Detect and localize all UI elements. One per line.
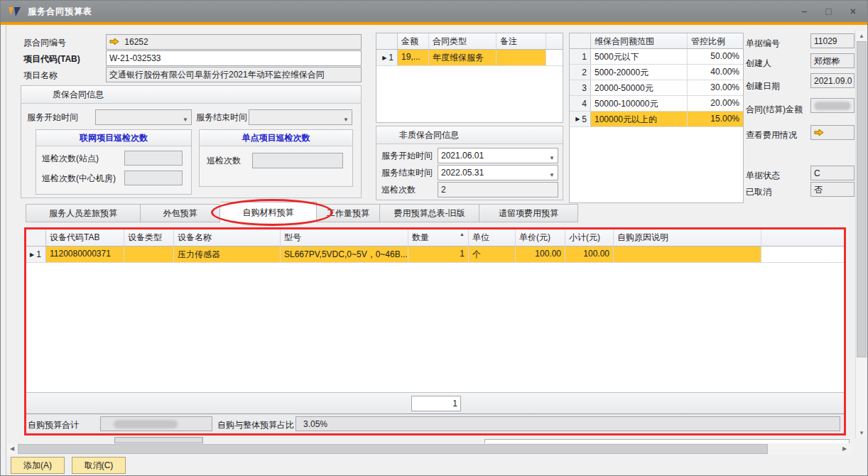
minimize-icon[interactable]: – bbox=[802, 6, 808, 16]
reason-cell[interactable] bbox=[614, 247, 761, 262]
nav-arrow-icon[interactable] bbox=[109, 36, 119, 49]
close-icon[interactable]: × bbox=[850, 6, 856, 16]
ratio-row[interactable]: 4 50000-100000元 20.00% bbox=[570, 96, 743, 112]
row-marker-icon: ▶ bbox=[30, 251, 34, 258]
view-cost-link[interactable] bbox=[810, 125, 855, 140]
status-label: 单据状态 bbox=[746, 168, 780, 183]
nw-start-dropdown[interactable]: 2021.06.01 ▼ bbox=[438, 148, 558, 163]
horizontal-scroll-thumb[interactable] bbox=[18, 444, 768, 454]
scroll-up-icon[interactable]: ▲ bbox=[856, 31, 867, 41]
app-window: 服务合同预算表 – □ × 原合同编号 16252 项目代码(TAB) W-21… bbox=[0, 0, 868, 476]
type-cell[interactable] bbox=[124, 247, 174, 262]
amount-grid-corner bbox=[376, 33, 398, 49]
nw-end-dropdown[interactable]: 2022.05.31 ▼ bbox=[438, 165, 558, 180]
tab-outsourcing-budget[interactable]: 外包预算 bbox=[141, 204, 220, 222]
record-count-field[interactable]: 1 bbox=[411, 396, 461, 411]
amount-cell[interactable]: 19,... bbox=[398, 50, 429, 65]
material-row[interactable]: ▶ 1 1120080000371 压力传感器 SL667PV,5VDC,0~5… bbox=[26, 247, 844, 263]
name-cell[interactable]: 压力传感器 bbox=[174, 247, 281, 262]
subtotal-cell[interactable]: 100.00 bbox=[565, 247, 614, 262]
price-cell[interactable]: 100.00 bbox=[516, 247, 565, 262]
cancel-button[interactable]: 取消(C) bbox=[72, 457, 126, 474]
vertical-scrollbar[interactable]: ▲ ▼ bbox=[855, 31, 867, 438]
unit-cell[interactable]: 个 bbox=[469, 247, 516, 262]
ratio-row[interactable]: 3 20000-50000元 30.00% bbox=[570, 80, 743, 96]
cancelled-label: 已取消 bbox=[746, 185, 771, 199]
material-grid: 设备代码TAB 设备类型 设备名称 型号 数量 ▲ 单位 单价(元) 小计(元)… bbox=[26, 229, 844, 433]
scroll-left-icon[interactable]: ◀ bbox=[6, 443, 18, 455]
ratio-col-header[interactable]: 管控比例 bbox=[688, 33, 743, 48]
range-col-header[interactable]: 维保合同额范围 bbox=[591, 33, 688, 48]
tab-self-purchase-budget[interactable]: 自购材料预算 bbox=[220, 202, 317, 222]
doc-no-field: 11029 bbox=[810, 33, 855, 48]
warranty-group: 质保合同信息 服务开始时间 ▼ 服务结束时间 ▼ 联网项目巡检次数 巡检次数(站… bbox=[21, 85, 362, 198]
code-cell[interactable]: 1120080000371 bbox=[46, 247, 124, 262]
tab-travel-budget[interactable]: 服务人员差旅预算 bbox=[26, 204, 141, 222]
nw-count-label: 巡检次数 bbox=[381, 183, 416, 197]
scroll-right-icon[interactable]: ▶ bbox=[839, 443, 850, 455]
network-field1-label: 巡检次数(站点) bbox=[42, 151, 99, 166]
warranty-start-dropdown[interactable]: ▼ bbox=[95, 109, 192, 125]
ratio-row[interactable]: 1 5000元以下 50.00% bbox=[570, 49, 743, 65]
unit-col-header[interactable]: 单位 bbox=[469, 229, 516, 246]
chevron-down-icon[interactable]: ▼ bbox=[549, 169, 555, 180]
cancelled-field: 否 bbox=[810, 182, 855, 197]
chevron-down-icon[interactable]: ▼ bbox=[343, 114, 349, 125]
orig-contract-label: 原合同编号 bbox=[23, 36, 66, 50]
project-code-field[interactable]: W-21-032533 bbox=[106, 50, 362, 66]
tab-summary-old[interactable]: 费用预算总表-旧版 bbox=[380, 204, 479, 222]
view-cost-arrow-icon[interactable] bbox=[814, 127, 824, 140]
name-col-header[interactable]: 设备名称 bbox=[174, 229, 281, 246]
note-cell[interactable] bbox=[497, 50, 546, 65]
redacted-value bbox=[814, 102, 851, 110]
partial-element bbox=[114, 437, 203, 443]
ratio-row[interactable]: 2 5000-20000元 40.00% bbox=[570, 65, 743, 80]
network-inspection-box: 联网项目巡检次数 巡检次数(站点) 巡检次数(中心机房) bbox=[36, 129, 192, 195]
scroll-down-icon[interactable]: ▼ bbox=[856, 428, 867, 438]
vertical-scroll-thumb[interactable] bbox=[857, 41, 867, 357]
type-col-header[interactable]: 设备类型 bbox=[124, 229, 174, 246]
model-col-header[interactable]: 型号 bbox=[281, 229, 408, 246]
nw-count-field: 2 bbox=[438, 182, 558, 198]
add-button[interactable]: 添加(A) bbox=[11, 457, 65, 474]
note-col-header[interactable]: 备注 bbox=[497, 33, 546, 49]
chevron-down-icon[interactable]: ▼ bbox=[183, 114, 188, 125]
type-cell[interactable]: 年度维保服务 bbox=[429, 50, 497, 65]
material-grid-empty-area bbox=[26, 263, 844, 392]
network-inspection-title: 联网项目巡检次数 bbox=[36, 130, 191, 146]
chevron-down-icon[interactable]: ▼ bbox=[549, 152, 555, 163]
price-col-header[interactable]: 单价(元) bbox=[516, 229, 565, 246]
network-field1-input bbox=[124, 151, 183, 166]
amount-grid-row[interactable]: ▶ 1 19,... 年度维保服务 bbox=[376, 50, 563, 66]
type-col-header[interactable]: 合同类型 bbox=[429, 33, 497, 49]
doc-info-panel: 单据编号 11029 创建人 郑熠桦 创建日期 2021.09.0 合同(结算)… bbox=[746, 31, 855, 201]
subtotal-col-header[interactable]: 小计(元) bbox=[565, 229, 614, 246]
reason-col-header[interactable]: 自购原因说明 bbox=[614, 229, 761, 246]
tab-legacy-budget[interactable]: 遗留项费用预算 bbox=[479, 204, 578, 222]
create-date-label: 创建日期 bbox=[746, 79, 780, 93]
orig-contract-value: 16252 bbox=[124, 37, 148, 47]
ratio-grid: 维保合同额范围 管控比例 1 5000元以下 50.00% 2 5000-200… bbox=[569, 33, 744, 203]
maximize-icon[interactable]: □ bbox=[825, 6, 831, 16]
horizontal-scrollbar[interactable]: ◀ ▶ bbox=[6, 443, 852, 455]
model-cell[interactable]: SL667PV,5VDC,0~5V，0~46B... bbox=[281, 247, 408, 262]
create-date-field: 2021.09.0 bbox=[810, 73, 855, 88]
doc-no-label: 单据编号 bbox=[746, 36, 780, 50]
tab-workload-budget[interactable]: 工作量预算 bbox=[317, 204, 380, 222]
single-field1-input bbox=[252, 153, 343, 168]
non-warranty-group: 非质保合同信息 服务开始时间 2021.06.01 ▼ 服务结束时间 2022.… bbox=[376, 126, 563, 200]
warranty-end-dropdown[interactable]: ▼ bbox=[249, 109, 352, 125]
amount-grid: 金额 合同类型 备注 ▶ 1 19,... 年度维保服务 bbox=[376, 33, 563, 123]
qty-col-header[interactable]: 数量 ▲ bbox=[408, 229, 469, 246]
ratio-row-selected[interactable]: ▶ 5 100000元以上的 15.00% bbox=[570, 112, 743, 127]
nw-start-label: 服务开始时间 bbox=[381, 148, 433, 163]
orig-contract-field[interactable]: 16252 bbox=[106, 34, 362, 50]
code-col-header[interactable]: 设备代码TAB bbox=[46, 229, 124, 246]
ratio-label: 自购与整体预算占比 bbox=[217, 418, 294, 432]
view-cost-label: 查看费用情况 bbox=[746, 128, 797, 142]
amount-col-header[interactable]: 金额 bbox=[398, 33, 429, 49]
title-bar: 服务合同预算表 – □ × bbox=[1, 1, 868, 22]
qty-cell[interactable]: 1 bbox=[408, 247, 469, 262]
sum-label: 自购预算合计 bbox=[28, 418, 79, 432]
nw-end-label: 服务结束时间 bbox=[381, 166, 433, 180]
